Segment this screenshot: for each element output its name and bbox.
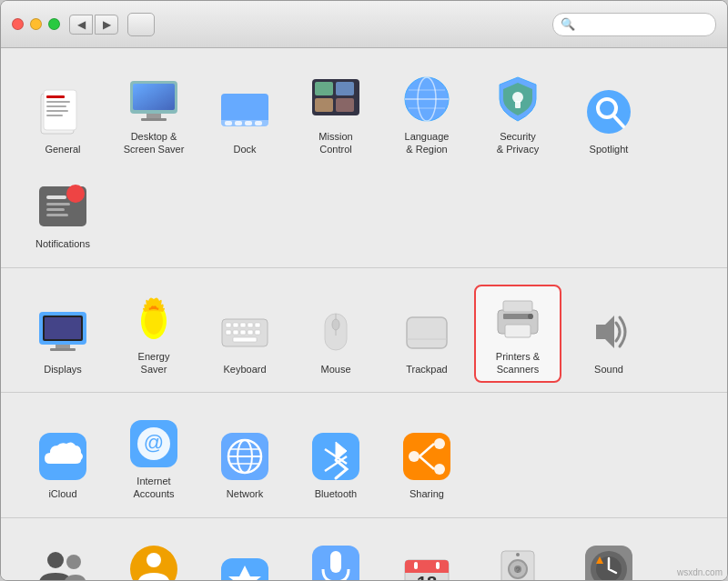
general-label: General [45,143,80,155]
svg-point-59 [332,319,339,330]
sharing-label: Sharing [410,487,444,500]
svg-rect-18 [315,82,333,95]
maximize-button[interactable] [48,18,60,30]
trackpad-label: Trackpad [406,363,447,376]
icon-item-network[interactable]: Network [201,409,288,508]
icon-item-mission-control[interactable]: MissionControl [292,65,379,164]
svg-point-82 [434,438,445,449]
icon-item-time-machine[interactable]: TimeMachine [565,535,652,580]
parental-controls-icon [128,544,179,580]
keyboard-label: Keyboard [223,363,266,376]
close-button[interactable] [12,18,24,30]
bluetooth-label: Bluetooth [315,487,357,500]
icon-item-sharing[interactable]: Sharing [383,409,470,508]
icon-item-parental-controls[interactable]: ParentalControls [110,535,197,580]
icon-item-printers-scanners[interactable]: Printers &Scanners [474,285,561,384]
search-bar[interactable]: 🔍 [552,13,716,36]
icon-item-displays[interactable]: Displays [19,285,106,384]
svg-rect-60 [407,317,447,348]
watermark: wsxdn.com [677,567,723,577]
date-time-icon: 18 [401,556,452,580]
svg-rect-19 [336,82,354,95]
svg-point-83 [434,464,445,475]
svg-rect-53 [240,330,246,335]
language-region-label: Language& Region [405,130,450,156]
svg-point-66 [528,314,533,319]
icon-item-users-groups[interactable]: Users &Groups [19,535,106,580]
svg-rect-40 [45,317,81,339]
icon-item-sound[interactable]: Sound [565,285,652,384]
icloud-label: iCloud [48,487,76,500]
icon-item-security-privacy[interactable]: Security& Privacy [474,65,561,164]
svg-point-44 [145,307,163,335]
icon-item-general[interactable]: General [19,65,106,164]
svg-point-105 [516,553,520,556]
printers-scanners-icon [492,294,543,345]
displays-icon [37,306,88,357]
icon-item-mouse[interactable]: Mouse [292,285,379,384]
svg-rect-93 [330,551,341,573]
svg-rect-16 [255,121,262,125]
svg-rect-52 [233,330,238,335]
section-system: Users &Groups ParentalControls App Store… [1,517,727,580]
icon-item-notifications[interactable]: Notifications [19,167,106,258]
section-hardware: Displays EnergySaver Keyboard Mouse T [1,267,727,393]
svg-rect-10 [141,118,167,121]
icon-item-startup-disk[interactable]: ? StartupDisk [474,535,561,580]
svg-rect-2 [46,95,65,98]
icon-item-dictation-speech[interactable]: Dictation& Speech [292,535,379,580]
svg-rect-36 [46,208,65,211]
dictation-speech-icon [310,544,361,580]
svg-rect-98 [405,566,449,573]
search-input[interactable] [579,17,708,31]
sharing-icon [401,431,452,482]
svg-rect-20 [315,98,333,112]
svg-rect-41 [56,345,70,348]
svg-rect-47 [233,323,238,327]
security-privacy-icon [492,74,543,125]
energy-saver-icon [128,294,179,345]
svg-rect-13 [225,121,232,125]
svg-rect-51 [226,330,231,335]
network-label: Network [227,487,263,500]
svg-marker-67 [596,316,614,348]
icon-item-language-region[interactable]: Language& Region [383,65,470,164]
svg-rect-28 [515,101,521,108]
icon-item-app-store[interactable]: App Store [201,535,288,580]
forward-button[interactable]: ▶ [95,15,118,35]
icons-grid-hardware: Displays EnergySaver Keyboard Mouse T [19,285,709,384]
desktop-screensaver-label: Desktop &Screen Saver [124,130,185,156]
notifications-icon [37,181,88,232]
search-icon: 🔍 [561,17,575,31]
svg-text:18: 18 [417,573,437,580]
icon-item-desktop-screensaver[interactable]: Desktop &Screen Saver [110,65,197,164]
show-all-button[interactable] [127,13,155,36]
icon-item-dock[interactable]: Dock [201,65,288,164]
minimize-button[interactable] [30,18,42,30]
icon-item-date-time[interactable]: 18 Date & Time [383,535,470,580]
icon-item-icloud[interactable]: iCloud [19,409,106,508]
svg-rect-35 [46,203,70,205]
icon-item-energy-saver[interactable]: EnergySaver [110,285,197,384]
mouse-icon [310,306,361,357]
preferences-content: General Desktop &Screen Saver Dock Missi… [1,48,727,580]
svg-rect-65 [505,325,531,337]
keyboard-icon [219,306,270,357]
bluetooth-icon [310,431,361,482]
icon-item-internet-accounts[interactable]: @ InternetAccounts [110,409,197,508]
section-internet: iCloud @ InternetAccounts Network Blueto… [1,392,727,517]
icon-item-spotlight[interactable]: Spotlight [565,65,652,164]
internet-accounts-label: InternetAccounts [133,475,174,501]
sound-icon [583,306,634,357]
trackpad-icon [401,306,452,357]
svg-rect-54 [248,330,253,335]
icon-item-bluetooth[interactable]: Bluetooth [292,409,379,508]
back-button[interactable]: ◀ [69,15,93,35]
svg-rect-15 [245,121,252,125]
icon-item-keyboard[interactable]: Keyboard [201,285,288,384]
svg-rect-100 [414,562,418,569]
app-store-icon [219,556,270,580]
svg-rect-48 [240,323,246,327]
svg-point-33 [66,185,85,203]
icon-item-trackpad[interactable]: Trackpad [383,285,470,384]
